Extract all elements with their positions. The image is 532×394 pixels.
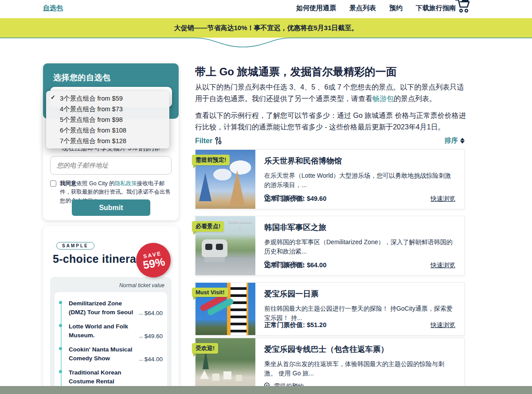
- quick-view-link[interactable]: 快速浏览: [430, 321, 455, 329]
- attraction-card-dmz-tour[interactable]: 必看景点! North Korea↓ 韩国非军事区之旅 参观韩国的非军事区（De…: [195, 216, 465, 276]
- attraction-description: 参观韩国的非军事区（Demilitarized Zone），深入了解朝鲜语韩国的…: [264, 238, 455, 256]
- itinerary-item: Demilitarized Zone (DMZ) Tour from Seoul…: [59, 299, 163, 316]
- itinerary-item-name: Demilitarized Zone (DMZ) Tour from Seoul: [69, 299, 137, 316]
- attraction-card-body: 爱宝乐园一日票 前往韩国最大的主题公园进行一整天的探险！ 持GoCity通票，探…: [255, 283, 464, 335]
- dropdown-option-5[interactable]: 5个景点组合 from $98: [46, 114, 169, 125]
- dotted-leader: [139, 314, 143, 315]
- filter-sort-row: Filter 排序: [195, 137, 465, 148]
- sort-label: 排序: [445, 137, 458, 145]
- itinerary-item-price: $64.00: [145, 310, 163, 316]
- dropdown-option-4[interactable]: 4个景点组合 from $73: [46, 104, 169, 114]
- pass-selector-title: 选择您的自选包: [53, 72, 111, 83]
- attraction-title[interactable]: 爱宝乐园专线巴士（包含往返车票）: [264, 344, 455, 355]
- attraction-badge: 必看景点!: [192, 221, 224, 232]
- normal-ticket-price: 正常门票价值: $51.20: [264, 321, 326, 329]
- attraction-title[interactable]: 韩国非军事区之旅: [264, 222, 455, 233]
- consent-bold: 我同意: [60, 180, 77, 187]
- all-inclusive-pass-link[interactable]: 畅游包: [372, 95, 394, 102]
- intro-paragraph: 从以下的热门景点列表中任选 3、4、5 、6或 7 个您想去的景点。以下的景点列…: [195, 82, 466, 105]
- sample-itinerary-card: SAMPLE 5-choice itinerary SAVE 59% Norma…: [43, 226, 179, 394]
- nav-item-how-to-use[interactable]: 如何使用通票: [296, 4, 336, 12]
- footer-strip: [0, 386, 532, 394]
- sample-badge: SAMPLE: [56, 242, 94, 250]
- attraction-description: 在乐天世界（Lotte World）大型游乐场，您可以勇敢地挑战惊险刺激的游乐项…: [264, 171, 455, 190]
- attraction-card-body: 韩国非军事区之旅 参观韩国的非军事区（Demilitarized Zone），深…: [255, 216, 464, 275]
- promo-banner: 大促销——节省高达10%！事不宜迟，优惠将在5月31日截至。: [0, 18, 532, 38]
- consent-checkbox[interactable]: [50, 180, 56, 187]
- dotted-leader: [139, 337, 143, 338]
- nav-item-download-guide[interactable]: 下载旅行指南: [416, 4, 456, 12]
- nav-item-attraction-list[interactable]: 景点列表: [349, 4, 376, 12]
- itinerary-list: Demilitarized Zone (DMZ) Tour from Seoul…: [55, 292, 167, 394]
- itinerary-item: Lotte World and Folk Museum.$49.60: [59, 322, 163, 339]
- price-value: $49.60: [307, 195, 326, 202]
- dropdown-option-3[interactable]: ✓ 3个景点组合 from $59: [46, 93, 169, 104]
- savings-paragraph: 查看以下的示例行程，了解您可以节省多少：通过 Go 旅城通票 价格与正常票价价格…: [195, 110, 466, 133]
- dropdown-option-label: 3个景点组合 from $59: [60, 95, 123, 102]
- itinerary-item: Cookin' Nanta Musical Comedy Show$44.00: [59, 345, 163, 363]
- page: 自选包 如何使用通票 景点列表 预约 下载旅行指南 大促销——节省高达10%！事…: [0, 0, 532, 394]
- attraction-description: 前往韩国最大的主题公园进行一整天的探险！ 持GoCity通票，探索爱宝乐园！ 持…: [264, 304, 455, 323]
- save-percent-badge: SAVE 59%: [133, 240, 173, 280]
- submit-button[interactable]: Submit: [72, 199, 150, 216]
- top-nav: 自选包 如何使用通票 景点列表 预约 下载旅行指南: [0, 0, 532, 18]
- price-label: 正常门票价值:: [264, 195, 305, 202]
- quick-view-link[interactable]: 快速浏览: [430, 195, 455, 203]
- page-title: 带上 Go 旅城通票，发掘首尔最精彩的一面: [195, 65, 397, 79]
- itinerary-item-price: $49.60: [145, 333, 163, 339]
- wave-divider: [0, 37, 532, 51]
- shopping-cart-icon[interactable]: [453, 0, 473, 14]
- pass-selector-card: 选择您的自选包 ✓ 3个景点组合 from $59 4个景点组合 from $7…: [43, 63, 179, 220]
- privacy-policy-link[interactable]: 隐私政策: [115, 180, 137, 187]
- price-value: $64.00: [307, 261, 326, 269]
- sort-button[interactable]: 排序: [445, 137, 465, 145]
- quick-view-link[interactable]: 快速浏览: [430, 261, 455, 269]
- attraction-card-body: 爱宝乐园专线巴士（包含往返车票） 乘坐从首尔出发的往返班车，体验韩国最大的主题公…: [255, 338, 464, 393]
- price-label: 正常门票价值:: [264, 261, 305, 269]
- normal-ticket-price: 正常门票价值: $49.60: [264, 195, 326, 203]
- attraction-card-body: 乐天世界和民俗博物馆 在乐天世界（Lotte World）大型游乐场，您可以勇敢…: [255, 150, 464, 209]
- pass-count-dropdown: ✓ 3个景点组合 from $59 4个景点组合 from $73 5个景点组合…: [46, 91, 169, 148]
- promo-banner-text: 大促销——节省高达10%！事不宜迟，优惠将在5月31日截至。: [174, 24, 358, 32]
- itinerary-item-name: Lotte World and Folk Museum.: [69, 322, 137, 339]
- consent-before-link: 依照 Go City 的: [77, 180, 115, 187]
- dropdown-option-7[interactable]: 7个景点组合 from $128: [46, 136, 169, 146]
- attraction-card-everland-shuttle[interactable]: 受欢迎! 爱宝乐园专线巴士（包含往返车票） 乘坐从首尔出发的往返班车，体验韩国最…: [195, 338, 465, 393]
- dropdown-option-6[interactable]: 6个景点组合 from $108: [46, 125, 169, 136]
- price-label: 正常门票价值:: [264, 321, 305, 328]
- attraction-badge: 受欢迎!: [192, 343, 218, 354]
- attraction-description: 乘坐从首尔出发的往返班车，体验韩国最大的主题公园的惊险与刺激。 使用 Go 旅.…: [264, 359, 455, 378]
- attraction-badge: 需提前预定!: [192, 155, 230, 165]
- dropdown-option-label: 5个景点组合 from $98: [60, 116, 123, 123]
- filter-button[interactable]: Filter: [195, 137, 222, 145]
- dropdown-option-label: 4个景点组合 from $73: [60, 105, 123, 113]
- nav-links: 如何使用通票 景点列表 预约 下载旅行指南: [296, 4, 456, 12]
- attraction-badge: Must Visit!: [192, 288, 228, 297]
- save-percent: 59%: [142, 256, 166, 270]
- itinerary-item-name: Cookin' Nanta Musical Comedy Show: [69, 345, 137, 363]
- down-arrow-icon: ↓: [228, 224, 252, 231]
- nav-item-reservation[interactable]: 预约: [389, 4, 403, 12]
- normal-ticket-value-label: Normal ticket value: [55, 281, 167, 292]
- dropdown-option-label: 7个景点组合 from $128: [60, 137, 126, 144]
- intro-text-after: 的景点列表。: [394, 95, 436, 102]
- attraction-title[interactable]: 爱宝乐园一日票: [264, 289, 455, 299]
- dropdown-option-label: 6个景点组合 from $108: [60, 127, 126, 134]
- email-input[interactable]: [50, 156, 172, 175]
- normal-ticket-price: 正常门票价值: $64.00: [264, 261, 326, 269]
- attraction-title[interactable]: 乐天世界和民俗博物馆: [264, 156, 455, 166]
- itinerary-panel: Normal ticket value Demilitarized Zone (…: [50, 277, 172, 394]
- sliders-icon: [215, 137, 222, 145]
- attraction-card-everland-day-ticket[interactable]: Must Visit! 爱宝乐园一日票 前往韩国最大的主题公园进行一整天的探险！…: [195, 282, 465, 335]
- brand-link-explorer-pass[interactable]: 自选包: [43, 4, 63, 12]
- filter-label: Filter: [195, 137, 212, 145]
- sample-itinerary-title: 5-choice itinerary: [53, 253, 147, 265]
- image-label-north-korea: North Korea↓: [228, 219, 252, 231]
- attraction-card-lotte-world[interactable]: 需提前预定! 乐天世界和民俗博物馆 在乐天世界（Lotte World）大型游乐…: [195, 149, 465, 209]
- sort-arrows-icon: [460, 138, 465, 144]
- checkmark-icon: ✓: [51, 94, 55, 101]
- price-value: $51.20: [307, 321, 326, 328]
- dotted-leader: [139, 360, 143, 361]
- itinerary-item-price: $44.00: [145, 356, 163, 363]
